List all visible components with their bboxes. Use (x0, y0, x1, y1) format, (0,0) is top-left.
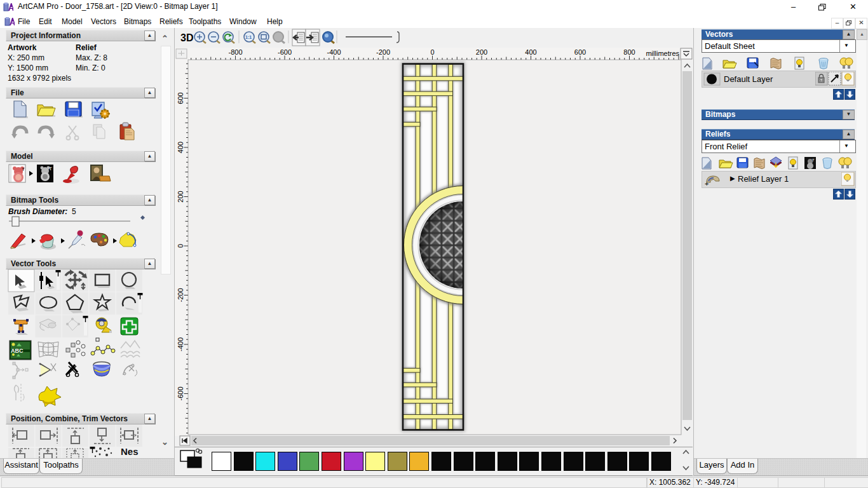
svg-text:800: 800 (623, 48, 635, 56)
svg-text:3D: 3D (180, 32, 193, 43)
svg-text:0: 0 (177, 244, 184, 248)
svg-text:-800: -800 (228, 48, 242, 56)
svg-text:400: 400 (525, 48, 536, 56)
svg-text:millimetres: millimetres (646, 50, 679, 57)
svg-text:400: 400 (177, 142, 184, 153)
svg-text:-400: -400 (327, 48, 341, 56)
svg-text:Nes: Nes (121, 446, 139, 457)
svg-text:0: 0 (430, 48, 434, 56)
svg-text:-400: -400 (177, 337, 184, 351)
svg-text:+: + (705, 180, 709, 187)
svg-text:-200: -200 (177, 288, 184, 302)
svg-text:600: 600 (574, 48, 586, 56)
svg-text:200: 200 (177, 191, 184, 202)
svg-text:1:1: 1:1 (245, 35, 252, 39)
svg-text:ABC: ABC (11, 348, 24, 354)
svg-text:T: T (812, 158, 815, 162)
svg-text:-600: -600 (177, 386, 184, 400)
svg-text:-200: -200 (376, 48, 390, 56)
svg-text:600: 600 (177, 92, 184, 104)
svg-text:T: T (49, 166, 52, 172)
svg-text:200: 200 (476, 48, 487, 56)
svg-text:T: T (22, 166, 25, 172)
svg-text:-600: -600 (278, 48, 292, 56)
